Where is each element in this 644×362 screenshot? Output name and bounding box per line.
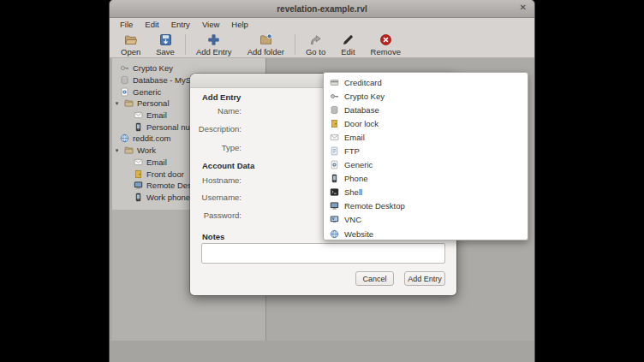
phone-icon bbox=[134, 122, 143, 132]
toolbar-item-label: Add folder bbox=[247, 47, 284, 56]
add-entry-dialog: Add Entry Name: Description: Type: Accou… bbox=[190, 74, 456, 295]
phone-icon bbox=[330, 174, 339, 183]
phone-icon bbox=[134, 193, 143, 202]
folder-icon bbox=[124, 145, 134, 155]
type-option-label: Email bbox=[344, 133, 365, 142]
toolbar-separator bbox=[295, 34, 295, 55]
type-option-crypto-key[interactable]: Crypto Key bbox=[324, 89, 528, 103]
menu-edit[interactable]: Edit bbox=[139, 19, 164, 30]
tree-item-label: Personal bbox=[137, 98, 170, 108]
doorlock-icon bbox=[330, 119, 339, 128]
toolbar-go-to[interactable]: Go to bbox=[298, 32, 333, 57]
type-option-door-lock[interactable]: Door lock bbox=[324, 116, 528, 130]
toolbar-item-label: Remove bbox=[371, 47, 401, 56]
type-dropdown-list: Creditcard Crypto Key Database Door lock… bbox=[323, 72, 528, 240]
folder-icon bbox=[124, 98, 134, 108]
menu-entry[interactable]: Entry bbox=[165, 19, 196, 30]
creditcard-icon bbox=[330, 78, 339, 87]
database-icon bbox=[330, 105, 339, 115]
menubar: FileEditEntryViewHelp bbox=[110, 18, 534, 31]
shell-icon bbox=[330, 187, 339, 197]
type-option-ftp[interactable]: FTP bbox=[324, 144, 528, 157]
vnc-icon bbox=[330, 215, 339, 224]
email-icon bbox=[134, 157, 143, 167]
database-icon bbox=[120, 75, 129, 85]
cancel-button[interactable]: Cancel bbox=[355, 271, 394, 286]
toolbar-item-label: Open bbox=[121, 47, 140, 56]
toolbar-item-label: Edit bbox=[341, 47, 355, 56]
toolbar-separator bbox=[185, 34, 186, 55]
generic-icon bbox=[330, 160, 339, 169]
type-option-label: Generic bbox=[344, 160, 373, 169]
type-option-label: Crypto Key bbox=[344, 92, 385, 101]
type-option-label: Website bbox=[344, 229, 373, 239]
key-icon bbox=[120, 63, 129, 73]
type-option-label: Shell bbox=[344, 187, 362, 197]
ftp-icon bbox=[330, 146, 339, 156]
type-option-label: Door lock bbox=[344, 119, 379, 128]
type-option-email[interactable]: Email bbox=[324, 130, 528, 144]
tree-item-label: reddit.com bbox=[133, 134, 170, 143]
expander-icon[interactable]: ▾ bbox=[113, 147, 121, 154]
window-title: revelation-example.rvl bbox=[277, 4, 367, 14]
menu-file[interactable]: File bbox=[114, 19, 139, 30]
type-option-label: VNC bbox=[344, 215, 361, 224]
doorlock-icon bbox=[134, 169, 143, 179]
titlebar[interactable]: revelation-example.rvl ✕ bbox=[110, 0, 534, 18]
tree-item-label: Work bbox=[137, 145, 156, 155]
toolbar-item-label: Save bbox=[156, 47, 175, 56]
type-option-creditcard[interactable]: Creditcard bbox=[324, 75, 528, 89]
type-option-vnc[interactable]: VNC bbox=[324, 213, 528, 227]
key-icon bbox=[330, 92, 339, 101]
type-option-label: Database bbox=[344, 105, 379, 115]
tree-item-crypto-key[interactable]: Crypto Key bbox=[112, 62, 265, 74]
email-icon bbox=[134, 110, 143, 120]
toolbar-open[interactable]: Open bbox=[113, 32, 148, 57]
notes-label: Notes bbox=[202, 232, 224, 241]
type-option-shell[interactable]: Shell bbox=[324, 186, 528, 199]
website-icon bbox=[120, 134, 129, 143]
menu-view[interactable]: View bbox=[196, 19, 225, 30]
remove-icon bbox=[379, 33, 392, 46]
toolbar-item-label: Go to bbox=[306, 47, 325, 56]
type-option-phone[interactable]: Phone bbox=[324, 172, 528, 186]
hostname-label: Hostname: bbox=[190, 175, 242, 185]
main-content: Crypto Key Database - MySQL e Generic ▾ … bbox=[110, 58, 534, 362]
expander-icon[interactable]: ▾ bbox=[113, 100, 121, 107]
toolbar-edit[interactable]: Edit bbox=[333, 32, 362, 57]
open-icon bbox=[124, 33, 137, 46]
type-option-label: FTP bbox=[344, 146, 360, 156]
generic-icon bbox=[120, 87, 129, 97]
dialog-header: Add Entry bbox=[202, 92, 241, 102]
name-label: Name: bbox=[190, 106, 242, 116]
add-folder-icon bbox=[259, 33, 272, 46]
website-icon bbox=[330, 229, 339, 239]
type-option-website[interactable]: Website bbox=[324, 227, 528, 240]
tree-item-label: Generic bbox=[133, 87, 161, 97]
save-icon bbox=[159, 33, 172, 46]
toolbar-remove[interactable]: Remove bbox=[363, 32, 408, 57]
type-option-label: Phone bbox=[344, 174, 367, 183]
menu-help[interactable]: Help bbox=[225, 19, 254, 30]
account-data-section-label: Account Data bbox=[202, 161, 254, 170]
toolbar-add-folder[interactable]: Add folder bbox=[240, 32, 292, 57]
close-icon[interactable]: ✕ bbox=[520, 3, 527, 12]
remote-desktop-icon bbox=[134, 181, 143, 190]
type-option-label: Creditcard bbox=[344, 78, 382, 87]
type-option-generic[interactable]: Generic bbox=[324, 158, 528, 172]
type-option-remote-desktop[interactable]: Remote Desktop bbox=[324, 199, 528, 213]
toolbar-add-entry[interactable]: Add Entry bbox=[188, 32, 240, 57]
tree-item-label: Email bbox=[146, 157, 167, 167]
notes-input[interactable] bbox=[201, 243, 445, 264]
app-window: revelation-example.rvl ✕ FileEditEntryVi… bbox=[110, 0, 534, 362]
type-label: Type: bbox=[190, 143, 242, 152]
bottom-strip bbox=[110, 341, 534, 362]
toolbar-save[interactable]: Save bbox=[148, 32, 182, 57]
edit-icon bbox=[342, 33, 355, 46]
tree-item-label: Work phone bbox=[146, 193, 190, 202]
add-entry-button[interactable]: Add Entry bbox=[404, 271, 445, 286]
username-label: Username: bbox=[190, 193, 242, 202]
type-option-database[interactable]: Database bbox=[324, 103, 528, 116]
add-entry-icon bbox=[207, 33, 220, 46]
password-label: Password: bbox=[190, 211, 242, 220]
